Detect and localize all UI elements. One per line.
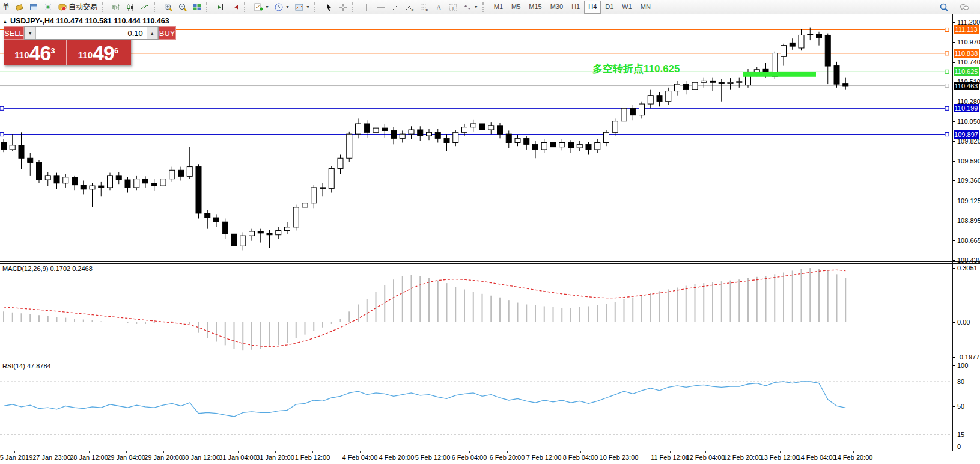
volume-input[interactable]	[36, 27, 147, 39]
rsi-scale-label: 80	[957, 378, 964, 385]
tf-w1-button[interactable]: W1	[618, 1, 636, 14]
price-tick-label: 110.970	[957, 38, 980, 46]
rsi-plot[interactable]	[0, 361, 952, 451]
zoom-in-button[interactable]	[161, 0, 175, 14]
templates-dropdown-icon[interactable]: ▼	[306, 5, 310, 9]
price-badge: 110.463	[954, 82, 979, 90]
sell-price-panel[interactable]: 110463	[4, 40, 67, 65]
volume-up-button[interactable]: ▲	[147, 27, 158, 39]
chart-shift-icon	[230, 2, 240, 12]
time-label: 1 Feb 12:00	[295, 454, 330, 461]
text-label-button[interactable]: T	[446, 0, 460, 14]
tf-m30-button[interactable]: M30	[546, 1, 567, 14]
price-tick-label: 108.665	[957, 237, 980, 244]
cursor-button[interactable]	[321, 0, 336, 14]
auto-scroll-button[interactable]	[213, 0, 228, 14]
auto-scroll-icon	[216, 2, 225, 12]
periods-button[interactable]: ▼	[272, 0, 292, 14]
signals-button[interactable]	[41, 0, 55, 14]
periods-dropdown-icon[interactable]: ▼	[285, 5, 290, 9]
toolbar-separator	[314, 2, 320, 12]
arrows-button[interactable]: ▼	[460, 0, 481, 14]
time-axis[interactable]: 25 Jan 201927 Jan 23:0028 Jan 12:0029 Ja…	[0, 451, 980, 464]
chart-title: ▲USDJPY-,H4 110.474 110.581 110.444 110.…	[2, 17, 169, 25]
templates-button[interactable]: ▼	[292, 0, 312, 14]
rsi-scale-label: 15	[957, 431, 964, 438]
scale-tick	[953, 268, 955, 269]
scale-tick	[953, 382, 955, 382]
price-tick-label: 109.590	[957, 157, 980, 165]
toolbar-separator	[482, 2, 488, 12]
tf-m1-button[interactable]: M1	[490, 1, 507, 14]
buy-button[interactable]: BUY	[159, 26, 176, 40]
arrows-dropdown-icon[interactable]: ▼	[474, 5, 478, 9]
tf-mn-button[interactable]: MN	[636, 1, 655, 14]
horizontal-line-button[interactable]	[374, 0, 388, 14]
crosshair-button[interactable]	[336, 0, 350, 14]
time-tick	[580, 451, 581, 453]
toolbar-separator	[206, 2, 212, 12]
time-label: 12 Feb 20:00	[723, 454, 762, 461]
trendline-button[interactable]	[388, 0, 403, 14]
macd-plot[interactable]	[0, 263, 952, 359]
zoom-out-button[interactable]	[175, 0, 190, 14]
price-badge: 110.199	[954, 104, 979, 112]
pivot-annotation-text: 多空转折点110.625	[592, 62, 680, 76]
tile-windows-button[interactable]	[190, 0, 204, 14]
chat-button[interactable]	[957, 0, 972, 14]
tf-h4-button[interactable]: H4	[584, 1, 601, 14]
candlestick-chart-button[interactable]	[123, 0, 138, 14]
buy-price-big: 49	[93, 43, 114, 63]
price-scale[interactable]: 111.200110.970110.740110.510110.280110.0…	[953, 14, 980, 451]
time-label: 25 Jan 2019	[0, 454, 32, 461]
time-label: 8 Feb 04:00	[563, 454, 598, 461]
volume-down-button[interactable]: ▼	[25, 27, 36, 39]
sell-button[interactable]: SELL	[4, 26, 24, 40]
time-label: 6 Feb 20:00	[490, 454, 525, 461]
pane-separator-main-macd[interactable]	[0, 261, 980, 262]
vertical-line-button[interactable]	[359, 0, 374, 14]
chart-shift-button[interactable]	[228, 0, 242, 14]
buy-price-panel[interactable]: 110496	[67, 40, 130, 65]
text-button[interactable]: A	[431, 0, 446, 14]
collapse-panel-icon[interactable]: ▲	[2, 19, 8, 25]
time-tick	[469, 451, 470, 453]
horizontal-line-icon	[376, 2, 386, 12]
time-label: 27 Jan 23:00	[32, 454, 71, 461]
bar-chart-button[interactable]	[109, 0, 123, 14]
indicators-button[interactable]: ▼	[251, 0, 272, 14]
sell-price-prefix: 110	[14, 47, 29, 63]
time-label: 14 Feb 04:00	[797, 454, 836, 461]
scale-tick	[953, 180, 955, 181]
market-watch-button[interactable]	[12, 0, 26, 14]
tf-m15-button[interactable]: M15	[525, 1, 546, 14]
new-order-button[interactable]: 单	[0, 0, 12, 14]
autotrading-button[interactable]: 自动交易	[55, 0, 100, 14]
cursor-icon	[324, 2, 333, 12]
toolbar-separator	[154, 2, 159, 12]
scale-tick	[953, 102, 955, 102]
time-label: 10 Feb 23:00	[600, 454, 639, 461]
time-label: 12 Feb 04:00	[686, 454, 725, 461]
pane-separator-macd-rsi[interactable]	[0, 359, 980, 359]
scale-tick	[953, 121, 955, 122]
time-label: 29 Jan 04:00	[107, 454, 145, 461]
rsi-scale-label: 0	[957, 443, 961, 450]
rsi-pane	[0, 361, 952, 451]
time-tick	[507, 451, 508, 453]
scale-tick	[953, 365, 955, 366]
tf-d1-button[interactable]: D1	[601, 1, 618, 14]
price-badge: 109.897	[954, 130, 979, 139]
text-label-icon: T	[448, 2, 458, 12]
search-button[interactable]	[937, 0, 951, 14]
data-window-button[interactable]	[26, 0, 41, 14]
time-label: 13 Feb 12:00	[761, 454, 800, 461]
tf-m5-button[interactable]: M5	[507, 1, 525, 14]
tf-h1-button[interactable]: H1	[567, 1, 584, 14]
indicators-dropdown-icon[interactable]: ▼	[265, 5, 269, 9]
line-chart-button[interactable]	[138, 0, 152, 14]
equidistant-channel-button[interactable]: E	[403, 0, 417, 14]
main-chart-plot[interactable]	[0, 14, 952, 262]
equidistant-channel-icon: E	[405, 2, 415, 12]
fibonacci-button[interactable]: F	[417, 0, 431, 14]
